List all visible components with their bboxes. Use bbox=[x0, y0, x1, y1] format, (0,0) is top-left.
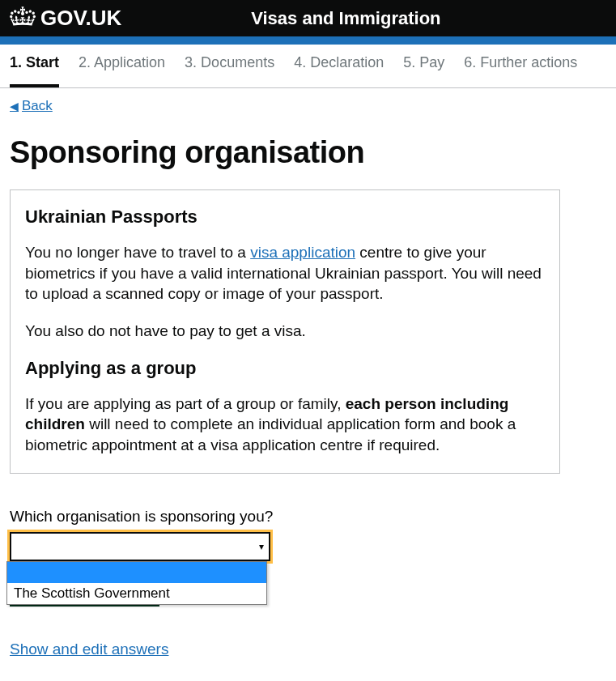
govuk-logo-text: GOV.UK bbox=[40, 6, 121, 31]
back-link-label: Back bbox=[22, 98, 53, 114]
chevron-down-icon: ▾ bbox=[259, 541, 264, 552]
back-arrow-icon: ◀ bbox=[10, 100, 19, 113]
main-content: ◀ Back Sponsoring organisation Ukrainian… bbox=[0, 88, 616, 675]
dropdown-option-scottish-gov[interactable]: The Scottish Government bbox=[7, 583, 266, 604]
page-title: Sponsoring organisation bbox=[10, 135, 606, 170]
callout-heading-group: Applying as a group bbox=[25, 358, 545, 379]
callout-paragraph-1: You no longer have to travel to a visa a… bbox=[25, 242, 545, 304]
tab-further-actions[interactable]: 6. Further actions bbox=[464, 54, 577, 79]
sponsoring-org-dropdown: The Scottish Government bbox=[6, 561, 267, 605]
callout-heading-passports: Ukrainian Passports bbox=[25, 206, 545, 228]
info-callout: Ukrainian Passports You no longer have t… bbox=[10, 189, 560, 474]
sponsoring-org-form-group: Which organisation is sponsoring you? ▾ … bbox=[10, 508, 606, 607]
progress-tabs: 1. Start 2. Application 3. Documents 4. … bbox=[0, 45, 616, 88]
tab-pay[interactable]: 5. Pay bbox=[403, 54, 444, 79]
govuk-logo[interactable]: GOV.UK bbox=[10, 6, 121, 31]
page-header: GOV.UK Visas and Immigration bbox=[0, 0, 616, 36]
sponsoring-org-label: Which organisation is sponsoring you? bbox=[10, 508, 606, 526]
callout-paragraph-2: You also do not have to pay to get a vis… bbox=[25, 321, 545, 342]
dropdown-option-empty[interactable] bbox=[7, 562, 266, 583]
visa-application-link[interactable]: visa application bbox=[250, 244, 355, 261]
service-name: Visas and Immigration bbox=[251, 8, 440, 29]
back-link[interactable]: ◀ Back bbox=[10, 98, 53, 114]
sponsoring-org-select-wrap: ▾ The Scottish Government bbox=[10, 532, 270, 561]
sponsoring-org-select[interactable]: ▾ bbox=[10, 532, 270, 561]
callout-paragraph-3: If you are applying as part of a group o… bbox=[25, 394, 545, 456]
tab-start[interactable]: 1. Start bbox=[10, 54, 59, 87]
tab-application[interactable]: 2. Application bbox=[79, 54, 165, 79]
crown-icon bbox=[10, 6, 36, 31]
tab-documents[interactable]: 3. Documents bbox=[185, 54, 274, 79]
show-edit-answers-link[interactable]: Show and edit answers bbox=[10, 641, 168, 658]
tab-declaration[interactable]: 4. Declaration bbox=[294, 54, 384, 79]
header-accent-bar bbox=[0, 36, 616, 45]
